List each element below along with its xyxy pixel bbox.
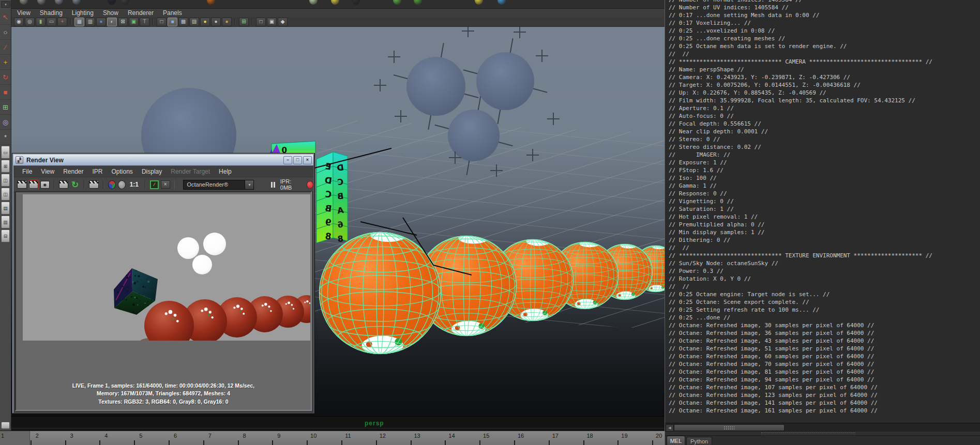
- bookmark-icon[interactable]: ▮: [36, 18, 46, 26]
- shelf-item-icon[interactable]: [309, 0, 318, 5]
- shelf-item-icon[interactable]: [72, 0, 81, 5]
- render-region-icon[interactable]: [29, 180, 39, 189]
- shelf-item-icon[interactable]: [497, 0, 506, 5]
- orange-sphere-row[interactable]: [319, 228, 665, 355]
- rotate-tool-icon[interactable]: ↻: [0, 70, 11, 85]
- render-view-menu-help[interactable]: Help: [219, 168, 232, 175]
- display-alpha-channel-icon[interactable]: [118, 180, 126, 189]
- rail-end-button[interactable]: [1, 422, 10, 429]
- render-view-window[interactable]: ▞ Render View –□× FileViewRenderIPROptio…: [12, 154, 314, 413]
- time-slider[interactable]: 1234567891011121314151617181920: [0, 431, 665, 445]
- persp-outliner-layout-button[interactable]: ◫: [1, 174, 10, 187]
- current-frame-indicator[interactable]: [0, 431, 30, 445]
- select-object-icon[interactable]: ⊞: [239, 18, 249, 26]
- viewport-menu-lighting[interactable]: Lighting: [72, 9, 94, 17]
- ipr-record-icon[interactable]: [307, 181, 313, 189]
- viewport-menu-view[interactable]: View: [17, 9, 31, 17]
- shelf-item-icon[interactable]: [414, 0, 422, 5]
- shelf-strip[interactable]: [11, 0, 665, 9]
- persp-graph-layout-button[interactable]: ◫: [1, 188, 10, 201]
- viewport-menu-panels[interactable]: Panels: [163, 9, 182, 17]
- camera-attributes-icon[interactable]: ◎: [25, 18, 35, 26]
- remove-image-icon[interactable]: ×: [161, 180, 170, 189]
- render-view-menu-display[interactable]: Display: [142, 168, 162, 175]
- select-camera-icon[interactable]: ◉: [14, 18, 24, 26]
- image-plane-icon[interactable]: ▭: [47, 18, 56, 26]
- safe-action-icon[interactable]: ▣: [129, 18, 139, 26]
- shelf-item-icon[interactable]: [108, 0, 116, 5]
- lights-all-icon[interactable]: ●: [200, 18, 210, 26]
- render-frame-icon[interactable]: [17, 180, 27, 189]
- render-view-menu-ipr[interactable]: IPR: [93, 168, 103, 175]
- persp-uv-layout-button[interactable]: ▥: [1, 216, 10, 228]
- camera-track-icon[interactable]: +: [57, 18, 67, 26]
- refresh-ipr-region-icon[interactable]: ↻: [71, 180, 79, 189]
- horizontal-scrollbar[interactable]: ◀: [665, 423, 980, 432]
- film-gate-icon[interactable]: ▥: [85, 18, 95, 26]
- shelf-item-icon[interactable]: [55, 0, 63, 5]
- paint-select-tool-icon[interactable]: ∕: [0, 40, 11, 55]
- gate-mask-icon[interactable]: ◐: [107, 18, 117, 26]
- render-view-menu-render[interactable]: Render: [63, 168, 83, 175]
- soft-modification-tool-icon[interactable]: ◎: [0, 115, 11, 130]
- maximize-button-icon[interactable]: □: [293, 156, 302, 164]
- smooth-shade-icon[interactable]: ■: [168, 18, 177, 26]
- shelf-item-icon[interactable]: [331, 0, 339, 5]
- grid-icon[interactable]: ▦: [74, 18, 84, 26]
- universal-manipulator-icon[interactable]: ⊞: [0, 100, 11, 115]
- select-tool-icon[interactable]: ↖: [0, 10, 11, 25]
- scrollbar-thumb[interactable]: [674, 424, 785, 431]
- show-manipulator-tool-icon[interactable]: *: [0, 130, 11, 145]
- render-view-menu-file[interactable]: File: [22, 168, 32, 175]
- tab-mel[interactable]: MEL: [667, 436, 685, 445]
- textured-icon[interactable]: ▩: [178, 18, 188, 26]
- wireframe-icon[interactable]: □: [157, 18, 167, 26]
- single-pane-layout-button[interactable]: ▭: [1, 146, 10, 159]
- move-tool-icon[interactable]: +: [0, 55, 11, 70]
- persp-multi-layout-button[interactable]: ⊟: [1, 229, 10, 242]
- four-pane-layout-button[interactable]: ⊞: [1, 160, 10, 173]
- shelf-item-icon[interactable]: [207, 0, 215, 5]
- minimize-button-icon[interactable]: –: [283, 156, 292, 164]
- render-view-menu-options[interactable]: Options: [112, 168, 133, 175]
- viewport-menu-renderer[interactable]: Renderer: [128, 9, 154, 17]
- hypershade-persp-layout-button[interactable]: ▤: [1, 202, 10, 214]
- pause-ipr-icon[interactable]: [271, 182, 275, 188]
- lights-none-icon[interactable]: ●: [222, 18, 232, 26]
- render-view-titlebar[interactable]: ▞ Render View –□×: [13, 155, 313, 166]
- shelf-item-icon[interactable]: [352, 0, 360, 5]
- snapshot-icon[interactable]: ◉: [40, 181, 50, 189]
- close-button-icon[interactable]: ×: [303, 156, 312, 164]
- panel-splitter[interactable]: [665, 432, 980, 435]
- use-default-material-icon[interactable]: ▨: [189, 18, 199, 26]
- render-view-canvas[interactable]: LIVE, Frame 1, samples: 161/64000, time:…: [15, 191, 312, 411]
- viewport-menu-shading[interactable]: Shading: [40, 9, 63, 17]
- render-sequence-icon[interactable]: [89, 180, 99, 189]
- scroll-left-arrow-icon[interactable]: ◀: [666, 424, 674, 432]
- viewport-menu-show[interactable]: Show: [103, 9, 118, 17]
- render-view-menu-view[interactable]: View: [41, 168, 54, 175]
- xray-icon[interactable]: ▣: [267, 18, 277, 26]
- tab-python[interactable]: Python: [686, 437, 712, 445]
- ipr-render-icon[interactable]: [59, 180, 69, 189]
- isolate-select-icon[interactable]: □: [256, 18, 266, 26]
- field-chart-icon[interactable]: ⊠: [118, 18, 128, 26]
- scale-tool-icon[interactable]: ■: [0, 85, 11, 100]
- resolution-gate-icon[interactable]: ●: [96, 18, 106, 26]
- shelf-item-icon[interactable]: [37, 0, 46, 5]
- orange-sphere[interactable]: [319, 228, 441, 355]
- lights-default-icon[interactable]: ●: [211, 18, 221, 26]
- shelf-item-icon[interactable]: [20, 0, 28, 5]
- keep-image-icon[interactable]: ∕: [150, 180, 159, 189]
- zoom-one-to-one-label[interactable]: 1:1: [130, 181, 139, 188]
- lasso-tool-icon[interactable]: ○: [0, 25, 11, 40]
- shelf-item-icon[interactable]: [393, 0, 401, 5]
- renderer-select-value[interactable]: OctaneRender®: [183, 180, 245, 190]
- display-rgb-channels-icon[interactable]: [108, 180, 116, 189]
- plugin-display-icon[interactable]: ◆: [278, 18, 288, 26]
- chevron-down-icon[interactable]: ▾: [245, 180, 254, 190]
- shelf-item-icon[interactable]: [475, 0, 483, 5]
- script-output[interactable]: // Number of normal indices: 1405584 ///…: [665, 0, 980, 423]
- renderer-select[interactable]: OctaneRender®▾: [183, 180, 254, 190]
- shelf-item-icon[interactable]: [121, 0, 129, 5]
